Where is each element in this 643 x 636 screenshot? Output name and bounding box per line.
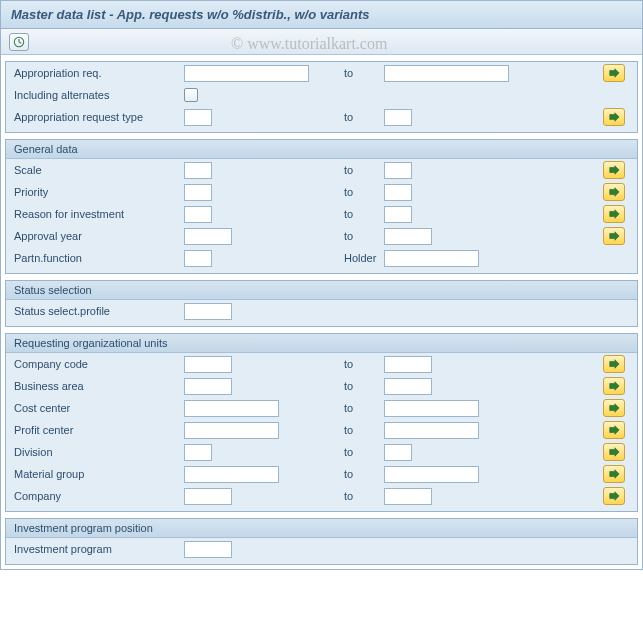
multi-select-button[interactable] xyxy=(603,421,625,439)
label-material-group: Material group xyxy=(14,468,184,480)
multi-select-button[interactable] xyxy=(603,377,625,395)
row-material-group: Material group to xyxy=(6,463,637,485)
approval-year-to[interactable] xyxy=(384,228,432,245)
to-label: to xyxy=(329,402,384,414)
execute-button[interactable] xyxy=(9,33,29,51)
to-label: to xyxy=(329,424,384,436)
label-including-alternates: Including alternates xyxy=(14,89,184,101)
page-title: Master data list - App. requests w/o %di… xyxy=(1,1,642,29)
label-business-area: Business area xyxy=(14,380,184,392)
row-approval-year: Approval year to xyxy=(6,225,637,247)
row-partn-function: Partn.function Holder xyxy=(6,247,637,269)
approp-req-to[interactable] xyxy=(384,65,509,82)
multi-select-button[interactable] xyxy=(603,465,625,483)
multi-select-button[interactable] xyxy=(603,487,625,505)
row-scale: Scale to xyxy=(6,159,637,181)
label-approp-req: Appropriation req. xyxy=(14,67,184,79)
status-profile-field[interactable] xyxy=(184,303,232,320)
company-to[interactable] xyxy=(384,488,432,505)
to-label: to xyxy=(329,67,384,79)
business-area-to[interactable] xyxy=(384,378,432,395)
section-org-units: Requesting organizational units Company … xyxy=(5,333,638,512)
company-code-from[interactable] xyxy=(184,356,232,373)
row-company: Company to xyxy=(6,485,637,507)
material-group-to[interactable] xyxy=(384,466,479,483)
business-area-from[interactable] xyxy=(184,378,232,395)
to-label: to xyxy=(329,468,384,480)
material-group-from[interactable] xyxy=(184,466,279,483)
to-label: to xyxy=(329,164,384,176)
label-approval-year: Approval year xyxy=(14,230,184,242)
division-from[interactable] xyxy=(184,444,212,461)
approval-year-from[interactable] xyxy=(184,228,232,245)
to-label: to xyxy=(329,380,384,392)
to-label: to xyxy=(329,230,384,242)
cost-center-from[interactable] xyxy=(184,400,279,417)
scale-from[interactable] xyxy=(184,162,212,179)
label-cost-center: Cost center xyxy=(14,402,184,414)
section-top: Appropriation req. to Including alternat… xyxy=(5,61,638,133)
to-label: to xyxy=(329,358,384,370)
row-status-profile: Status select.profile xyxy=(6,300,637,322)
label-status-profile: Status select.profile xyxy=(14,305,184,317)
row-division: Division to xyxy=(6,441,637,463)
row-reason: Reason for investment to xyxy=(6,203,637,225)
label-holder: Holder xyxy=(329,252,384,264)
label-reason: Reason for investment xyxy=(14,208,184,220)
priority-to[interactable] xyxy=(384,184,412,201)
approp-req-type-to[interactable] xyxy=(384,109,412,126)
company-code-to[interactable] xyxy=(384,356,432,373)
row-approp-req-type: Appropriation request type to xyxy=(6,106,637,128)
multi-select-button[interactable] xyxy=(603,355,625,373)
division-to[interactable] xyxy=(384,444,412,461)
section-status-selection: Status selection Status select.profile xyxy=(5,280,638,327)
holder-field[interactable] xyxy=(384,250,479,267)
section-header-orgunits: Requesting organizational units xyxy=(6,334,637,353)
multi-select-button[interactable] xyxy=(603,64,625,82)
section-invprog: Investment program position Investment p… xyxy=(5,518,638,565)
section-header-general: General data xyxy=(6,140,637,159)
to-label: to xyxy=(329,186,384,198)
priority-from[interactable] xyxy=(184,184,212,201)
multi-select-button[interactable] xyxy=(603,205,625,223)
cost-center-to[interactable] xyxy=(384,400,479,417)
label-profit-center: Profit center xyxy=(14,424,184,436)
row-cost-center: Cost center to xyxy=(6,397,637,419)
multi-select-button[interactable] xyxy=(603,161,625,179)
toolbar xyxy=(1,29,642,55)
section-general-data: General data Scale to Priority to Reason… xyxy=(5,139,638,274)
section-header-status: Status selection xyxy=(6,281,637,300)
approp-req-from[interactable] xyxy=(184,65,309,82)
row-approp-req: Appropriation req. to xyxy=(6,62,637,84)
row-including-alternates: Including alternates xyxy=(6,84,637,106)
multi-select-button[interactable] xyxy=(603,443,625,461)
to-label: to xyxy=(329,208,384,220)
row-investment-program: Investment program xyxy=(6,538,637,560)
label-scale: Scale xyxy=(14,164,184,176)
including-alternates-checkbox[interactable] xyxy=(184,88,198,102)
investment-program-field[interactable] xyxy=(184,541,232,558)
profit-center-to[interactable] xyxy=(384,422,479,439)
approp-req-type-from[interactable] xyxy=(184,109,212,126)
profit-center-from[interactable] xyxy=(184,422,279,439)
row-priority: Priority to xyxy=(6,181,637,203)
multi-select-button[interactable] xyxy=(603,227,625,245)
row-business-area: Business area to xyxy=(6,375,637,397)
multi-select-button[interactable] xyxy=(603,399,625,417)
clock-execute-icon xyxy=(13,36,25,48)
multi-select-button[interactable] xyxy=(603,108,625,126)
company-from[interactable] xyxy=(184,488,232,505)
section-header-invprog: Investment program position xyxy=(6,519,637,538)
partn-function-field[interactable] xyxy=(184,250,212,267)
label-division: Division xyxy=(14,446,184,458)
label-investment-program: Investment program xyxy=(14,543,184,555)
label-company: Company xyxy=(14,490,184,502)
label-company-code: Company code xyxy=(14,358,184,370)
reason-to[interactable] xyxy=(384,206,412,223)
reason-from[interactable] xyxy=(184,206,212,223)
to-label: to xyxy=(329,446,384,458)
row-company-code: Company code to xyxy=(6,353,637,375)
to-label: to xyxy=(329,490,384,502)
multi-select-button[interactable] xyxy=(603,183,625,201)
scale-to[interactable] xyxy=(384,162,412,179)
